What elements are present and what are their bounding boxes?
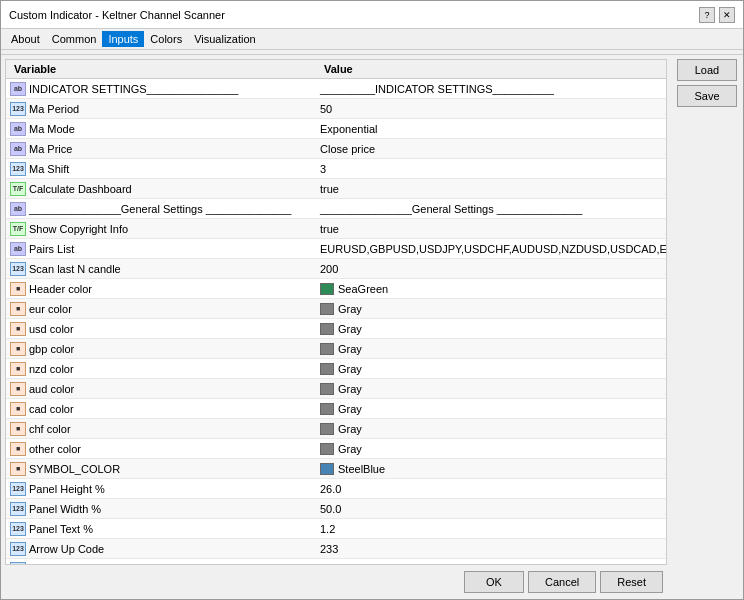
- row-value: Gray: [316, 382, 666, 396]
- table-row[interactable]: abPairs ListEURUSD,GBPUSD,USDJPY,USDCHF,…: [6, 239, 666, 259]
- table-row[interactable]: 123Panel Height %26.0: [6, 479, 666, 499]
- table-row[interactable]: 123Scan last N candle200: [6, 259, 666, 279]
- color-swatch: [320, 283, 334, 295]
- title-controls: ? ✕: [699, 7, 735, 23]
- row-icon-bool: T/F: [10, 182, 26, 196]
- row-variable-text: Ma Shift: [29, 163, 69, 175]
- row-variable-text: Arrow Up Code: [29, 543, 104, 555]
- row-icon-color: ■: [10, 382, 26, 396]
- row-variable-text: gbp color: [29, 343, 74, 355]
- row-variable-text: nzd color: [29, 363, 74, 375]
- table-row[interactable]: ■chf colorGray: [6, 419, 666, 439]
- row-icon-bool: T/F: [10, 222, 26, 236]
- row-variable: 123Panel Text %: [6, 521, 316, 537]
- row-variable: 123Panel Width %: [6, 501, 316, 517]
- main-window: Custom Indicator - Keltner Channel Scann…: [0, 0, 744, 600]
- row-value-text: Gray: [338, 363, 362, 375]
- right-panel: Load Save: [671, 55, 743, 599]
- row-variable-text: Show Copyright Info: [29, 223, 128, 235]
- table-row[interactable]: ■usd colorGray: [6, 319, 666, 339]
- table-row[interactable]: abMa ModeExponential: [6, 119, 666, 139]
- table-row[interactable]: 123Panel Width %50.0: [6, 499, 666, 519]
- row-variable-text: aud color: [29, 383, 74, 395]
- row-icon-color: ■: [10, 442, 26, 456]
- table-row[interactable]: ■Header colorSeaGreen: [6, 279, 666, 299]
- bottom-bar: OK Cancel Reset: [1, 565, 671, 599]
- row-icon-color: ■: [10, 422, 26, 436]
- ok-button[interactable]: OK: [464, 571, 524, 593]
- table-row[interactable]: T/FCalculate Dashboardtrue: [6, 179, 666, 199]
- menu-item-about[interactable]: About: [5, 31, 46, 47]
- table-row[interactable]: ab_______________General Settings ______…: [6, 199, 666, 219]
- row-variable: 123Panel Height %: [6, 481, 316, 497]
- table-row[interactable]: 123Panel Text %1.2: [6, 519, 666, 539]
- row-value: SeaGreen: [316, 282, 666, 296]
- row-icon-num: 123: [10, 162, 26, 176]
- header-variable: Variable: [10, 62, 320, 76]
- table-row[interactable]: abINDICATOR SETTINGS____________________…: [6, 79, 666, 99]
- table-container[interactable]: Variable Value abINDICATOR SETTINGS_____…: [5, 59, 667, 565]
- row-variable: 123Ma Shift: [6, 161, 316, 177]
- cancel-button[interactable]: Cancel: [528, 571, 596, 593]
- table-row[interactable]: ■eur colorGray: [6, 299, 666, 319]
- row-value: _________INDICATOR SETTINGS__________: [316, 82, 666, 96]
- row-variable-text: Ma Price: [29, 143, 72, 155]
- load-button[interactable]: Load: [677, 59, 737, 81]
- table-row[interactable]: T/FShow Copyright Infotrue: [6, 219, 666, 239]
- table-row[interactable]: ■gbp colorGray: [6, 339, 666, 359]
- table-row[interactable]: 123Ma Shift3: [6, 159, 666, 179]
- row-icon-ab: ab: [10, 142, 26, 156]
- color-swatch: [320, 443, 334, 455]
- row-value: 200: [316, 262, 666, 276]
- menu-item-common[interactable]: Common: [46, 31, 103, 47]
- row-variable-text: Header color: [29, 283, 92, 295]
- row-variable: abINDICATOR SETTINGS_______________: [6, 81, 316, 97]
- save-button[interactable]: Save: [677, 85, 737, 107]
- row-variable: ■Header color: [6, 281, 316, 297]
- row-variable-text: other color: [29, 443, 81, 455]
- row-variable-text: usd color: [29, 323, 74, 335]
- row-icon-ab: ab: [10, 82, 26, 96]
- row-icon-color: ■: [10, 402, 26, 416]
- row-value: Gray: [316, 442, 666, 456]
- row-variable: abMa Mode: [6, 121, 316, 137]
- row-value-text: Gray: [338, 443, 362, 455]
- row-icon-num: 123: [10, 502, 26, 516]
- row-value-text: 1.2: [320, 523, 335, 535]
- row-value: 50: [316, 102, 666, 116]
- table-row[interactable]: ■cad colorGray: [6, 399, 666, 419]
- row-variable-text: Scan last N candle: [29, 263, 121, 275]
- row-variable: 123Arrow Up Code: [6, 541, 316, 557]
- color-swatch: [320, 363, 334, 375]
- row-icon-num: 123: [10, 522, 26, 536]
- row-value-text: 50: [320, 103, 332, 115]
- table-row[interactable]: 123Arrow Up Code233: [6, 539, 666, 559]
- table-row[interactable]: ■aud colorGray: [6, 379, 666, 399]
- table-row[interactable]: 123Ma Period50: [6, 99, 666, 119]
- row-value: _______________General Settings ________…: [316, 202, 666, 216]
- row-value-text: Gray: [338, 323, 362, 335]
- row-value: true: [316, 222, 666, 236]
- row-variable-text: Pairs List: [29, 243, 74, 255]
- main-content: Variable Value abINDICATOR SETTINGS_____…: [1, 55, 743, 599]
- help-button[interactable]: ?: [699, 7, 715, 23]
- close-button[interactable]: ✕: [719, 7, 735, 23]
- row-icon-num: 123: [10, 102, 26, 116]
- row-variable-text: Calculate Dashboard: [29, 183, 132, 195]
- row-value: Gray: [316, 402, 666, 416]
- header-value: Value: [320, 62, 662, 76]
- table-row[interactable]: ■other colorGray: [6, 439, 666, 459]
- menu-item-colors[interactable]: Colors: [144, 31, 188, 47]
- menu-item-visualization[interactable]: Visualization: [188, 31, 262, 47]
- table-row[interactable]: ■nzd colorGray: [6, 359, 666, 379]
- row-variable: abMa Price: [6, 141, 316, 157]
- table-header: Variable Value: [6, 60, 666, 79]
- row-variable: abPairs List: [6, 241, 316, 257]
- menu-item-inputs[interactable]: Inputs: [102, 31, 144, 47]
- row-value-text: Gray: [338, 303, 362, 315]
- row-value-text: Close price: [320, 143, 375, 155]
- reset-button[interactable]: Reset: [600, 571, 663, 593]
- row-variable: T/FShow Copyright Info: [6, 221, 316, 237]
- table-row[interactable]: abMa PriceClose price: [6, 139, 666, 159]
- table-row[interactable]: ■SYMBOL_COLORSteelBlue: [6, 459, 666, 479]
